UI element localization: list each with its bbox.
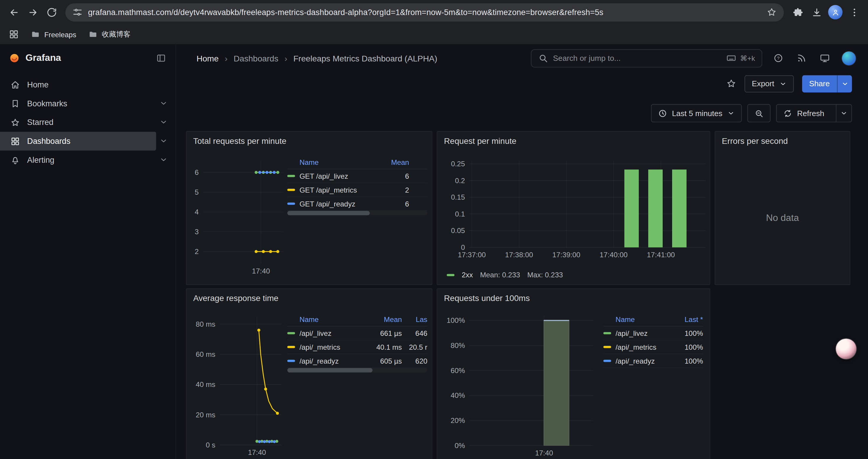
average-response-time-chart[interactable]: 80 ms60 ms40 ms20 ms0 s17:40 (220, 317, 282, 445)
chevron-down-icon[interactable] (159, 137, 168, 145)
sidebar-collapse-icon[interactable] (156, 53, 166, 63)
request-per-minute-chart[interactable]: 0.250.20.150.10.05017:37:0017:38:0017:39… (469, 160, 706, 247)
panel-title[interactable]: Errors per second (722, 136, 788, 145)
panel-title[interactable]: Total requests per minute (193, 136, 286, 145)
kiosk-monitor-icon[interactable] (813, 49, 836, 68)
series-name[interactable]: /api/_metrics (300, 343, 369, 351)
legend-header-mean[interactable]: Mean (378, 158, 409, 167)
svg-text:60 ms: 60 ms (196, 350, 215, 358)
screen: grafana.mathmast.com/d/deytv4rwavabkb/fr… (0, 0, 868, 459)
requests-under-100ms-chart[interactable]: 100%80%60%40%20%0%17:40 (469, 316, 593, 446)
series-name[interactable]: /api/_livez (300, 329, 369, 337)
series-dash (287, 189, 295, 191)
svg-text:0.1: 0.1 (455, 210, 465, 218)
zoom-out-button[interactable] (747, 104, 771, 122)
profile-icon[interactable] (826, 3, 845, 22)
home-icon (11, 80, 20, 90)
legend-scrollbar[interactable] (287, 211, 427, 215)
chevron-down-icon[interactable] (159, 118, 168, 126)
breadcrumb-home[interactable]: Home (196, 54, 219, 63)
series-dash (287, 346, 295, 348)
extensions-icon[interactable] (788, 3, 807, 22)
share-menu-caret[interactable] (837, 75, 852, 92)
series-mean: 6 (378, 172, 409, 180)
series-name[interactable]: GET /api/_readyz (300, 199, 378, 208)
series-name[interactable]: GET /api/_metrics (300, 186, 378, 194)
favorite-star-icon[interactable] (726, 78, 737, 89)
series-dash (447, 274, 454, 276)
search-input[interactable] (553, 54, 721, 63)
forward-button[interactable] (23, 3, 42, 22)
series-name[interactable]: 2xx (462, 270, 473, 279)
browser-menu-icon[interactable] (845, 3, 864, 22)
bookmark-label: 收藏博客 (102, 29, 130, 39)
series-name[interactable]: /api/_readyz (300, 357, 369, 365)
downloads-icon[interactable] (807, 3, 826, 22)
series-dash (287, 360, 295, 362)
sidebar-item-starred[interactable]: Starred (0, 113, 156, 132)
legend-header-last[interactable]: Last * (671, 316, 703, 324)
panel-title[interactable]: Request per minute (444, 136, 517, 145)
chevron-down-icon[interactable] (159, 156, 168, 164)
bookmark-label: Freeleaps (44, 30, 76, 38)
series-dash (287, 332, 295, 334)
legend-header-mean[interactable]: Mean (369, 316, 402, 324)
share-button[interactable]: Share (802, 75, 852, 92)
series-name[interactable]: /api/_livez (616, 329, 671, 337)
reload-button[interactable] (42, 3, 61, 22)
svg-text:17:41:00: 17:41:00 (647, 251, 675, 259)
user-avatar[interactable] (842, 51, 856, 65)
series-name[interactable]: GET /api/_livez (300, 172, 378, 180)
panel-title[interactable]: Average response time (193, 293, 279, 303)
news-rss-icon[interactable] (790, 49, 813, 68)
legend-header-name[interactable]: Name (603, 316, 671, 324)
keyboard-icon (726, 53, 736, 63)
time-range-label: Last 5 minutes (672, 109, 722, 118)
refresh-main[interactable]: Refresh (777, 104, 831, 122)
site-info-icon[interactable] (72, 7, 83, 17)
panel-title[interactable]: Requests under 100ms (444, 293, 530, 303)
refresh-button[interactable]: Refresh (776, 104, 852, 122)
legend-row: /api/_livez 661 µs 646 (287, 326, 427, 340)
series-mean: 6 (378, 199, 409, 208)
browser-chrome: grafana.mathmast.com/d/deytv4rwavabkb/fr… (0, 0, 868, 44)
chevron-down-icon[interactable] (159, 99, 168, 107)
sidebar-item-home[interactable]: Home (0, 75, 156, 94)
url-bar[interactable]: grafana.mathmast.com/d/deytv4rwavabkb/fr… (65, 3, 784, 21)
svg-text:17:40: 17:40 (248, 448, 266, 456)
sidebar-item-dashboards[interactable]: Dashboards (0, 132, 156, 151)
svg-text:17:40:00: 17:40:00 (600, 251, 628, 259)
export-button[interactable]: Export (745, 75, 794, 92)
sidebar-item-alerting[interactable]: Alerting (0, 151, 156, 169)
back-button[interactable] (4, 3, 23, 22)
legend-header-name[interactable]: Name (287, 316, 368, 324)
floating-assistant-avatar[interactable] (836, 339, 856, 359)
zoom-out-icon (754, 109, 764, 118)
search-bar[interactable]: ⌘+k (531, 49, 762, 67)
chart-canvas: 100%80%60%40%20%0%17:40 (469, 316, 593, 446)
bookmark-item-freeleaps[interactable]: Freeleaps (31, 30, 76, 39)
sidebar-item-bookmarks[interactable]: Bookmarks (0, 94, 156, 113)
series-last: 646 (402, 329, 427, 337)
help-icon[interactable]: ? (767, 49, 790, 68)
breadcrumb-dashboards[interactable]: Dashboards (234, 54, 279, 63)
bookmark-item-blogs[interactable]: 收藏博客 (88, 29, 130, 39)
time-range-picker[interactable]: Last 5 minutes (651, 104, 742, 122)
panel-average-response-time: Average response time 80 ms60 ms40 ms20 … (186, 288, 433, 459)
refresh-interval-caret[interactable] (836, 104, 851, 122)
series-last: 620 (402, 357, 427, 365)
apps-grid-icon[interactable] (9, 29, 19, 39)
grafana-logo[interactable] (9, 53, 20, 63)
scrollbar-thumb[interactable] (287, 368, 373, 372)
legend-header-last[interactable]: Las (402, 316, 427, 324)
total-requests-chart[interactable]: 6543217:40 (203, 160, 284, 263)
grafana-main: Home › Dashboards › Freeleaps Metrics Da… (176, 44, 868, 459)
series-name[interactable]: /api/_readyz (616, 357, 671, 365)
scrollbar-thumb[interactable] (287, 211, 370, 215)
legend: 2xx Mean: 0.233 Max: 0.233 (447, 270, 563, 279)
legend-header: Name Mean Las (287, 314, 427, 327)
bookmark-star-icon[interactable] (767, 7, 777, 17)
series-name[interactable]: /api/_metrics (616, 343, 671, 351)
legend-scrollbar[interactable] (287, 368, 427, 372)
legend-header-name[interactable]: Name (287, 158, 378, 167)
